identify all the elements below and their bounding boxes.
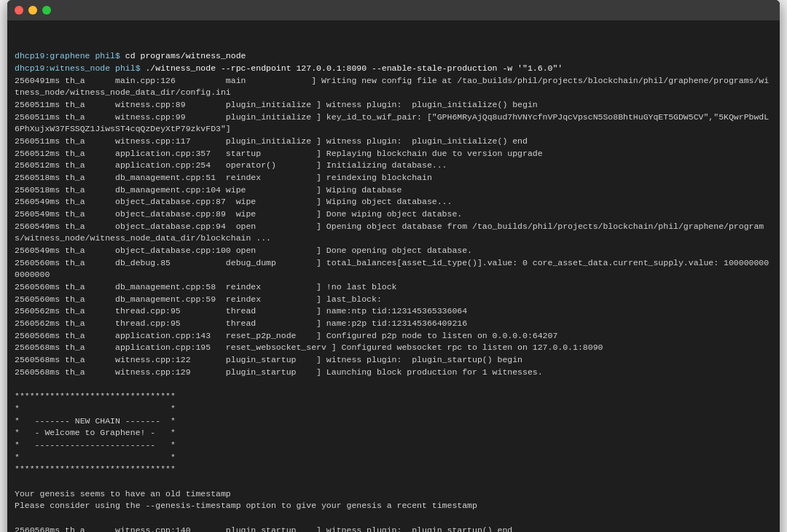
star-line: * - Welcome to Graphene! - * xyxy=(15,427,772,439)
log-line: 2560512ms th_a application.cpp:254 opera… xyxy=(15,160,772,172)
star-line: * * xyxy=(15,452,772,464)
log-line: 2560568ms th_a witness.cpp:140 plugin_st… xyxy=(15,525,772,532)
log-line: 2560511ms th_a witness.cpp:99 plugin_ini… xyxy=(15,112,772,136)
log-line: 2560560ms th_a db_debug.85 debug_dump ] … xyxy=(15,257,772,281)
log-line: 2560511ms th_a witness.cpp:89 plugin_ini… xyxy=(15,99,772,112)
command-text: cd programs/witness_node xyxy=(125,51,246,60)
empty-line xyxy=(15,512,772,525)
log-line: 2560511ms th_a witness.cpp:117 plugin_in… xyxy=(15,136,772,148)
empty-line xyxy=(15,476,772,488)
log-line: 2560518ms th_a db_management.cpp:51 rein… xyxy=(15,172,772,184)
log-line: 2560549ms th_a object_database.cpp:100 o… xyxy=(15,245,772,257)
empty-line xyxy=(15,378,772,391)
genesis-warning-line: Your genesis seems to have an old timest… xyxy=(15,488,772,501)
close-icon[interactable] xyxy=(15,6,23,15)
log-line: 2560562ms th_a thread.cpp:95 thread ] na… xyxy=(15,318,772,330)
log-line: 2560568ms th_a witness.cpp:122 plugin_st… xyxy=(15,354,772,367)
log-line: 2560491ms th_a main.cpp:126 main ] Writi… xyxy=(15,75,772,99)
log-line: 2560562ms th_a thread.cpp:95 thread ] na… xyxy=(15,305,772,318)
log-line: 2560566ms th_a application.cpp:143 reset… xyxy=(15,330,772,343)
prompt-line: dhcp19:witness_node phil$ ./witness_node… xyxy=(15,63,772,75)
log-line: 2560560ms th_a db_management.cpp:59 rein… xyxy=(15,294,772,306)
terminal-body[interactable]: dhcp19:graphene phil$ cd programs/witnes… xyxy=(7,20,780,532)
log-line: 2560568ms th_a witness.cpp:129 plugin_st… xyxy=(15,367,772,379)
log-line: 2560560ms th_a db_management.cpp:58 rein… xyxy=(15,281,772,294)
genesis-warning-line: Please consider using the --genesis-time… xyxy=(15,500,772,512)
log-line: 2560568ms th_a application.cpp:195 reset… xyxy=(15,342,772,354)
prompt-line: dhcp19:graphene phil$ cd programs/witnes… xyxy=(15,50,772,63)
log-line: 2560549ms th_a object_database.cpp:89 wi… xyxy=(15,208,772,221)
prompt-text: dhcp19:graphene phil$ xyxy=(15,51,125,60)
minimize-icon[interactable] xyxy=(28,6,37,15)
terminal-titlebar xyxy=(7,0,780,20)
star-line: ******************************** xyxy=(15,391,772,403)
star-line: * ------------------------ * xyxy=(15,439,772,452)
star-line: * * xyxy=(15,403,772,415)
star-line: ******************************** xyxy=(15,463,772,476)
log-line: 2560549ms th_a object_database.cpp:87 wi… xyxy=(15,196,772,208)
prompt-text: dhcp19:witness_node phil$ xyxy=(15,63,145,73)
log-line: 2560518ms th_a db_management.cpp:104 wip… xyxy=(15,184,772,197)
star-line: * ------- NEW CHAIN ------- * xyxy=(15,415,772,428)
maximize-icon[interactable] xyxy=(42,6,51,15)
terminal-window: dhcp19:graphene phil$ cd programs/witnes… xyxy=(7,0,780,532)
log-line: 2560512ms th_a application.cpp:357 start… xyxy=(15,148,772,160)
log-line: 2560549ms th_a object_database.cpp:94 op… xyxy=(15,221,772,245)
command-text: ./witness_node --rpc-endpoint 127.0.0.1:… xyxy=(145,63,563,73)
